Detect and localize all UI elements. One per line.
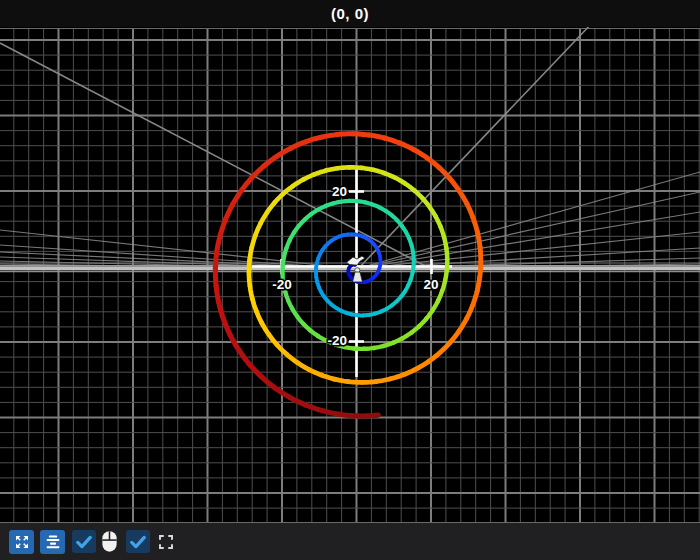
expand-arrows-icon — [13, 533, 31, 551]
mouse-indicator[interactable] — [98, 530, 121, 554]
origin-coordinates-label: (0, 0) — [331, 5, 369, 22]
fullscreen-icon — [157, 533, 175, 551]
plot-canvas[interactable]: 20-20-2020 — [0, 0, 700, 560]
axis-tick-label: -20 — [327, 333, 347, 348]
titlebar: (0, 0) — [0, 0, 700, 27]
axis-tick-label: 20 — [332, 184, 347, 199]
plot-window: 20-20-2020 (0, 0) — [0, 0, 700, 560]
pan-button[interactable] — [9, 530, 34, 554]
toolbar — [0, 523, 700, 560]
checkmark-icon — [74, 532, 94, 552]
center-lines-button[interactable] — [40, 530, 65, 554]
axis-tick-label: 20 — [423, 277, 438, 292]
fullscreen-button[interactable] — [154, 530, 177, 554]
checkmark-icon — [128, 532, 148, 552]
mouse-icon — [100, 530, 119, 553]
align-center-icon — [44, 533, 62, 551]
checkbox-option-2[interactable] — [126, 530, 150, 553]
checkbox-option-1[interactable] — [72, 530, 96, 553]
axis-tick-label: -20 — [272, 277, 292, 292]
